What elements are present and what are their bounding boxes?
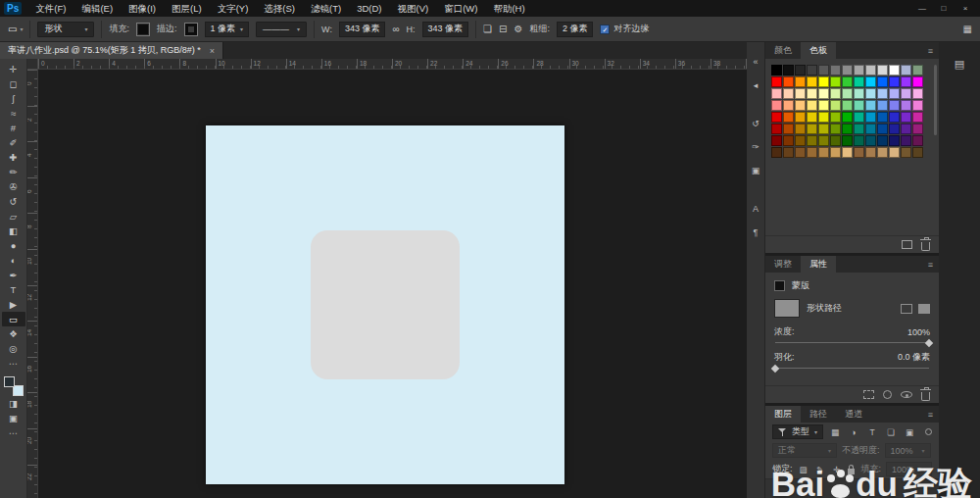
invert-mask-icon[interactable] xyxy=(883,390,892,399)
quick-selection-tool[interactable]: ≈ xyxy=(2,106,25,121)
color-swatch[interactable] xyxy=(771,112,782,123)
color-swatch[interactable] xyxy=(912,135,923,146)
color-swatch[interactable] xyxy=(865,135,876,146)
menu-item[interactable]: 窗口(W) xyxy=(436,0,485,17)
color-swatch[interactable] xyxy=(901,100,911,111)
color-swatch[interactable] xyxy=(795,135,806,146)
path-alignment-icon[interactable]: ⊟ xyxy=(499,24,507,34)
color-swatch[interactable] xyxy=(771,100,782,111)
stroke-width-field[interactable]: 1 像素 xyxy=(205,22,250,37)
color-swatch[interactable] xyxy=(912,100,923,111)
color-swatch[interactable] xyxy=(830,65,841,75)
path-operations-icon[interactable]: ❏ xyxy=(483,24,492,34)
gradient-tool[interactable]: ◧ xyxy=(2,224,25,238)
healing-brush-tool[interactable]: ✚ xyxy=(2,150,25,165)
crop-tool[interactable]: # xyxy=(2,121,25,135)
collapse-panels-icon[interactable]: « xyxy=(749,55,763,68)
color-swatch[interactable] xyxy=(901,65,911,75)
pasteboard[interactable] xyxy=(38,70,747,498)
color-swatch[interactable] xyxy=(877,147,888,158)
color-swatch[interactable] xyxy=(830,147,841,158)
slider-handle[interactable] xyxy=(771,365,779,373)
clone-stamp-tool[interactable]: ✇ xyxy=(2,179,25,194)
color-swatch[interactable] xyxy=(818,65,829,75)
quick-mask-icon[interactable]: ◨ xyxy=(2,396,25,411)
color-swatch[interactable] xyxy=(877,65,888,75)
path-selection-tool[interactable]: ▶ xyxy=(2,297,25,312)
new-swatch-icon[interactable] xyxy=(902,240,912,249)
color-swatch[interactable] xyxy=(912,65,923,75)
color-swatch[interactable] xyxy=(830,124,841,134)
color-swatch[interactable] xyxy=(889,112,900,123)
color-swatch[interactable] xyxy=(795,112,806,123)
color-swatch[interactable] xyxy=(865,112,876,123)
rounded-rectangle-shape[interactable] xyxy=(311,230,460,379)
feather-value[interactable]: 0.0 像素 xyxy=(898,351,930,364)
rectangle-tool[interactable]: ▭ xyxy=(2,312,25,326)
eyedropper-tool[interactable]: ✐ xyxy=(2,135,25,150)
trash-icon[interactable] xyxy=(921,392,930,401)
color-swatch[interactable] xyxy=(807,65,817,75)
panel-menu-icon[interactable]: ≡ xyxy=(922,256,939,273)
filter-adjustment-layers-icon[interactable]: ◑ xyxy=(847,425,860,439)
history-brush-tool[interactable]: ↺ xyxy=(2,194,25,209)
maximize-button[interactable]: □ xyxy=(933,0,955,17)
brush-settings-panel-icon[interactable]: ✑ xyxy=(749,140,763,153)
color-swatch[interactable] xyxy=(771,76,782,87)
scrollbar[interactable] xyxy=(934,65,937,135)
color-swatch[interactable] xyxy=(807,135,817,146)
color-swatch[interactable] xyxy=(818,124,829,134)
eraser-tool[interactable]: ▱ xyxy=(2,209,25,224)
layer-filter-select[interactable]: 类型 xyxy=(772,424,823,439)
color-swatch[interactable] xyxy=(783,135,794,146)
color-swatch[interactable] xyxy=(901,135,911,146)
color-swatch[interactable] xyxy=(818,135,829,146)
color-swatch[interactable] xyxy=(854,147,864,158)
color-swatch[interactable] xyxy=(807,100,817,111)
color-swatch[interactable] xyxy=(865,88,876,99)
lasso-tool[interactable]: ʃ xyxy=(2,91,25,106)
color-swatch[interactable] xyxy=(854,100,864,111)
add-layer-mask-icon[interactable] xyxy=(901,304,912,314)
pen-tool[interactable]: ✒ xyxy=(2,268,25,282)
color-swatch[interactable] xyxy=(842,124,853,134)
slider-handle[interactable] xyxy=(925,339,933,347)
close-button[interactable]: × xyxy=(955,0,976,17)
color-swatch[interactable] xyxy=(877,112,888,123)
color-swatch[interactable] xyxy=(865,147,876,158)
color-swatch[interactable] xyxy=(807,147,817,158)
color-swatch[interactable] xyxy=(783,65,794,75)
menu-item[interactable]: 帮助(H) xyxy=(485,0,532,17)
libraries-panel-icon[interactable]: ▤ xyxy=(951,56,968,72)
density-slider[interactable] xyxy=(775,339,929,347)
color-swatch[interactable] xyxy=(783,112,794,123)
blur-tool[interactable]: ● xyxy=(2,238,25,253)
color-swatch[interactable] xyxy=(865,100,876,111)
trash-icon[interactable] xyxy=(921,242,930,251)
menu-item[interactable]: 图层(L) xyxy=(164,0,210,17)
tab-图层[interactable]: 图层 xyxy=(765,406,801,423)
color-swatch[interactable] xyxy=(854,124,864,134)
color-swatch[interactable] xyxy=(783,147,794,158)
paragraph-panel-icon[interactable]: ¶ xyxy=(749,225,763,238)
color-swatch[interactable] xyxy=(901,88,911,99)
expand-panels-icon[interactable]: ◂ xyxy=(749,78,763,91)
menu-item[interactable]: 文字(Y) xyxy=(210,0,257,17)
opacity-field[interactable]: 100% xyxy=(885,443,931,458)
foreground-color-chip[interactable] xyxy=(4,376,15,387)
color-swatch[interactable] xyxy=(807,112,817,123)
select-mask-icon[interactable] xyxy=(863,390,874,399)
color-swatch[interactable] xyxy=(854,65,864,75)
color-swatch[interactable] xyxy=(771,135,782,146)
color-swatch[interactable] xyxy=(842,88,853,99)
color-swatch[interactable] xyxy=(842,112,853,123)
screen-mode-icon[interactable]: ▣ xyxy=(2,411,25,425)
filter-toggle-icon[interactable] xyxy=(925,428,932,435)
color-chips[interactable] xyxy=(4,376,24,396)
stroke-style-select[interactable]: ——— xyxy=(256,22,307,37)
color-swatch[interactable] xyxy=(818,100,829,111)
color-swatch[interactable] xyxy=(865,124,876,134)
color-swatch[interactable] xyxy=(783,124,794,134)
color-swatch[interactable] xyxy=(912,147,923,158)
color-swatch[interactable] xyxy=(854,135,864,146)
